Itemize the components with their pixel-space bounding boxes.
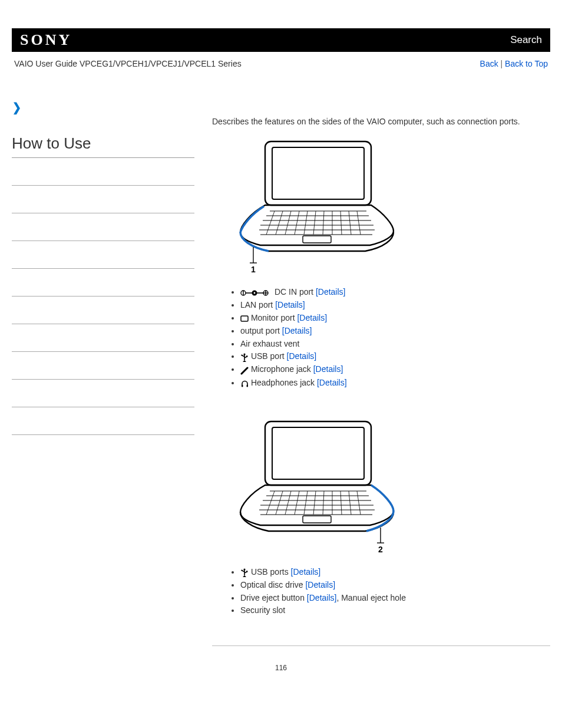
guide-title: VAIO User Guide VPCEG1/VPCEH1/VPCEJ1/VPC… — [14, 59, 242, 68]
header-bar: SONY Search — [12, 28, 550, 52]
port-item: Headphones jack [Details] — [240, 377, 550, 390]
ports-list-2: USB ports [Details]Optical disc drive [D… — [212, 566, 550, 617]
svg-rect-33 — [265, 421, 371, 485]
svg-line-43 — [340, 491, 342, 515]
search-link[interactable]: Search — [510, 34, 542, 46]
port-label: USB port — [249, 351, 287, 361]
callout-1: 1 — [251, 265, 256, 274]
port-item: LAN port [Details] — [240, 299, 550, 312]
svg-line-24 — [313, 211, 316, 235]
port-item: USB ports [Details] — [240, 566, 550, 579]
sidebar-item[interactable] — [12, 407, 194, 407]
port-label: Microphone jack — [249, 364, 313, 374]
dc-in-icon — [240, 286, 272, 299]
port-item: output port [Details] — [240, 325, 550, 338]
port-label: Drive eject button — [240, 593, 307, 602]
svg-line-45 — [357, 491, 361, 515]
usb-icon — [240, 351, 249, 364]
port-label: Optical disc drive — [240, 580, 305, 589]
intro-text: Describes the features on the sides of t… — [212, 117, 550, 126]
page-number: 116 — [12, 664, 550, 672]
svg-line-37 — [285, 491, 291, 515]
svg-line-36 — [276, 491, 283, 515]
port-item: Drive eject button [Details], Manual eje… — [240, 592, 550, 605]
port-label: Security slot — [240, 605, 285, 615]
usb-icon — [240, 566, 249, 579]
sidebar-item[interactable] — [12, 324, 194, 324]
sidebar-item[interactable] — [12, 434, 194, 435]
back-to-top-link[interactable]: Back to Top — [505, 59, 548, 68]
back-link[interactable]: Back — [480, 59, 498, 68]
port-item: USB port [Details] — [240, 350, 550, 363]
svg-line-23 — [304, 211, 308, 235]
sidebar-item[interactable] — [12, 268, 194, 269]
end-divider — [212, 645, 550, 646]
sidebar-item[interactable] — [12, 241, 194, 241]
mic-icon — [240, 364, 249, 377]
port-label: DC IN port — [272, 287, 316, 297]
sidebar-item[interactable] — [12, 185, 194, 186]
port-item: Air exhaust vent — [240, 338, 550, 351]
port-label: Headphones jack — [249, 378, 317, 387]
port-label: USB ports — [249, 567, 291, 577]
port-item: DC IN port [Details] — [240, 286, 550, 299]
chevron-icon: ❯ — [12, 100, 21, 114]
svg-line-38 — [295, 491, 299, 515]
sidebar-item[interactable] — [12, 296, 194, 297]
svg-line-39 — [304, 491, 308, 515]
ports-list-1: DC IN port [Details]LAN port [Details] M… — [212, 286, 550, 390]
main-content: Describes the features on the sides of t… — [212, 100, 550, 646]
svg-line-28 — [349, 211, 351, 235]
svg-line-35 — [266, 491, 275, 515]
svg-rect-18 — [272, 147, 364, 199]
port-label: Monitor port — [249, 313, 297, 322]
port-item: Microphone jack [Details] — [240, 363, 550, 376]
svg-line-21 — [285, 211, 291, 235]
details-link[interactable]: [Details] — [275, 300, 305, 309]
callout-2: 2 — [378, 545, 383, 554]
monitor-icon — [240, 312, 249, 325]
details-link[interactable]: [Details] — [317, 378, 347, 387]
svg-line-44 — [349, 491, 351, 515]
svg-rect-30 — [303, 236, 331, 243]
details-link[interactable]: [Details] — [307, 593, 337, 602]
svg-line-41 — [323, 491, 324, 515]
port-label: output port — [240, 326, 282, 335]
details-link[interactable]: [Details] — [291, 567, 321, 577]
port-item: Optical disc drive [Details] — [240, 579, 550, 592]
svg-line-20 — [276, 211, 283, 235]
port-label: Air exhaust vent — [240, 339, 299, 348]
port-label: LAN port — [240, 300, 275, 309]
svg-rect-17 — [265, 141, 371, 205]
laptop-figure-2: 2 — [233, 418, 550, 555]
svg-line-25 — [323, 211, 324, 235]
sidebar-item[interactable] — [12, 379, 194, 380]
svg-rect-46 — [303, 516, 331, 523]
top-nav-links: Back | Back to Top — [480, 59, 548, 68]
details-link[interactable]: [Details] — [305, 580, 335, 589]
details-link[interactable]: [Details] — [316, 287, 346, 297]
details-link[interactable]: [Details] — [313, 364, 343, 374]
port-suffix: , Manual eject hole — [336, 593, 406, 602]
svg-line-40 — [313, 491, 316, 515]
details-link[interactable]: [Details] — [297, 313, 327, 322]
svg-line-29 — [357, 211, 361, 235]
headphones-icon — [240, 377, 249, 390]
sidebar-item[interactable] — [12, 351, 194, 352]
sidebar-heading: How to Use — [12, 134, 194, 153]
port-item: Security slot — [240, 604, 550, 617]
svg-line-19 — [266, 211, 275, 235]
laptop-figure-1: 1 — [233, 138, 550, 275]
svg-line-27 — [340, 211, 342, 235]
port-item: Monitor port [Details] — [240, 312, 550, 325]
svg-line-22 — [295, 211, 299, 235]
svg-rect-34 — [272, 427, 364, 479]
sidebar: ❯ How to Use — [12, 100, 194, 646]
brand-logo: SONY — [20, 31, 72, 49]
sidebar-item[interactable] — [12, 213, 194, 213]
details-link[interactable]: [Details] — [282, 326, 312, 335]
details-link[interactable]: [Details] — [287, 351, 317, 361]
